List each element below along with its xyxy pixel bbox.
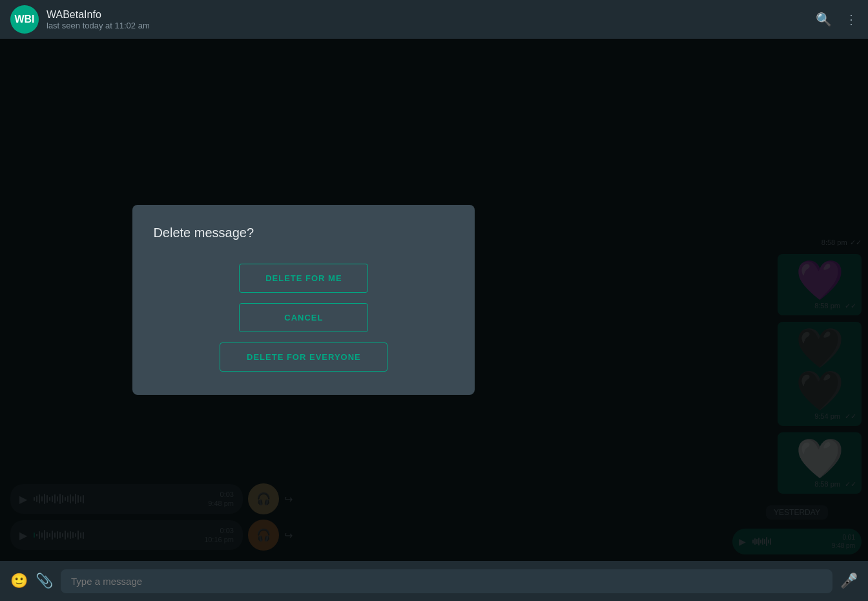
delete-message-dialog: Delete message? DELETE FOR ME CANCEL DEL… (132, 205, 475, 395)
chat-area: ▶ (0, 39, 868, 561)
contact-info: WABetaInfo last seen today at 11:02 am (46, 9, 816, 30)
contact-name: WABetaInfo (46, 9, 816, 21)
emoji-icon[interactable]: 🙂 (10, 573, 28, 589)
contact-avatar[interactable]: WBI (10, 5, 39, 34)
mic-icon[interactable]: 🎤 (840, 573, 858, 589)
cancel-button[interactable]: CANCEL (239, 303, 368, 332)
delete-for-me-button[interactable]: DELETE FOR ME (239, 264, 368, 293)
message-input[interactable] (61, 569, 832, 593)
search-icon[interactable]: 🔍 (816, 12, 832, 27)
attach-icon[interactable]: 📎 (36, 573, 53, 589)
contact-status: last seen today at 11:02 am (46, 21, 816, 30)
chat-header: WBI WABetaInfo last seen today at 11:02 … (0, 0, 868, 39)
dialog-buttons: DELETE FOR ME CANCEL DELETE FOR EVERYONE (153, 264, 454, 372)
dialog-title: Delete message? (153, 226, 454, 240)
message-input-bar: 🙂 📎 🎤 (0, 561, 868, 601)
menu-icon[interactable]: ⋮ (845, 12, 858, 27)
delete-for-everyone-button[interactable]: DELETE FOR EVERYONE (220, 343, 388, 372)
header-actions: 🔍 ⋮ (816, 12, 858, 27)
